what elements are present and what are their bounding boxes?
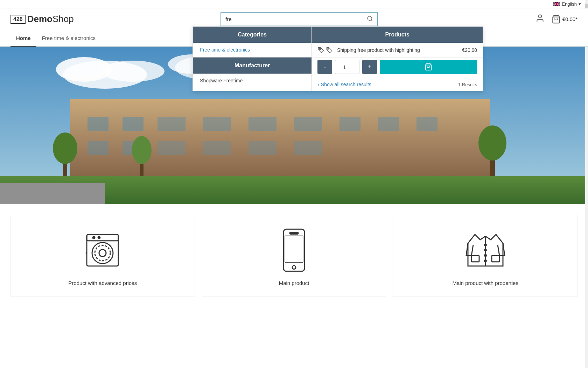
svg-rect-39 xyxy=(0,183,105,204)
svg-rect-22 xyxy=(340,117,360,131)
svg-rect-30 xyxy=(294,141,322,155)
svg-point-53 xyxy=(484,250,486,251)
svg-point-6 xyxy=(538,15,541,18)
product-price: €20.00 xyxy=(462,47,477,53)
uk-flag-icon xyxy=(553,2,560,6)
search-input[interactable] xyxy=(221,13,363,26)
svg-rect-28 xyxy=(203,141,231,155)
svg-point-54 xyxy=(484,255,486,257)
logo-text: DemoShop xyxy=(27,14,74,25)
card-name-phone: Main product xyxy=(279,280,309,286)
svg-point-33 xyxy=(53,132,77,164)
product-result: Shipping free product with highlighting … xyxy=(312,43,483,58)
category-item[interactable]: Free time & electronics xyxy=(193,43,312,57)
svg-point-37 xyxy=(478,125,506,161)
account-icon[interactable] xyxy=(536,14,545,25)
scrollbar[interactable] xyxy=(585,0,588,368)
search-button[interactable] xyxy=(363,13,377,26)
svg-rect-24 xyxy=(416,117,438,131)
svg-rect-16 xyxy=(88,117,108,131)
nav-free-time[interactable]: Free time & electronics xyxy=(36,30,101,47)
header: 426 DemoShop Categories Free time & elec… xyxy=(0,8,588,30)
cart-price: €0.00* xyxy=(562,16,578,22)
results-count: 1 Results xyxy=(458,82,477,87)
svg-rect-17 xyxy=(122,117,144,131)
language-selector[interactable]: English ▾ xyxy=(553,1,581,7)
product-card-jacket[interactable]: Main product with properties xyxy=(393,215,578,297)
svg-line-2 xyxy=(371,20,372,21)
svg-point-43 xyxy=(98,237,100,239)
product-name: Shipping free product with highlighting xyxy=(337,47,458,53)
product-icons xyxy=(317,47,333,53)
svg-rect-47 xyxy=(284,229,304,271)
svg-point-11 xyxy=(102,61,164,82)
qty-minus-button[interactable]: - xyxy=(317,60,332,74)
chevron-down-icon: ▾ xyxy=(579,1,581,7)
user-icon xyxy=(536,14,545,23)
svg-point-4 xyxy=(328,48,329,50)
svg-rect-18 xyxy=(158,117,186,131)
products-header: Products xyxy=(312,27,483,43)
cart-area[interactable]: €0.00* xyxy=(552,15,578,24)
search-dropdown: Categories Free time & electronics Manuf… xyxy=(192,26,483,91)
add-to-cart-button[interactable] xyxy=(380,60,477,74)
qty-input[interactable] xyxy=(335,60,359,74)
dropdown-right: Products Shipping free product wi xyxy=(312,27,483,91)
product-card-phone[interactable]: Main product xyxy=(202,215,386,297)
logo[interactable]: 426 DemoShop xyxy=(10,14,74,25)
cart-icon xyxy=(425,63,432,71)
svg-rect-49 xyxy=(285,236,303,263)
card-name-jacket: Main product with properties xyxy=(452,280,518,286)
svg-point-3 xyxy=(319,48,321,50)
tag-icon xyxy=(317,47,324,53)
logo-demo: Demo xyxy=(27,14,52,24)
svg-point-46 xyxy=(99,250,106,257)
top-bar: English ▾ xyxy=(0,0,588,8)
svg-rect-29 xyxy=(248,141,276,155)
product-card-washing[interactable]: Product with advanced prices xyxy=(10,215,195,297)
svg-rect-41 xyxy=(87,234,118,241)
manufacturer-section: Manufacturer Shopware Freetime xyxy=(193,57,312,88)
search-box xyxy=(220,12,378,26)
svg-rect-23 xyxy=(378,117,399,131)
cart-bag-icon xyxy=(552,15,561,24)
search-icon xyxy=(367,15,373,22)
manufacturer-header: Manufacturer xyxy=(193,57,312,74)
svg-rect-57 xyxy=(492,255,499,262)
card-name-washing: Product with advanced prices xyxy=(68,280,137,286)
tag2-icon xyxy=(326,47,333,53)
svg-point-1 xyxy=(368,16,372,20)
logo-number: 426 xyxy=(10,15,26,24)
chevron-right-icon: › xyxy=(317,82,319,87)
product-controls: - + xyxy=(312,58,483,78)
categories-header: Categories xyxy=(193,27,312,43)
svg-rect-25 xyxy=(88,141,108,155)
svg-point-50 xyxy=(292,266,296,269)
dropdown-left: Categories Free time & electronics Manuf… xyxy=(193,27,312,91)
logo-shop: Shop xyxy=(52,14,74,24)
language-label: English xyxy=(562,1,577,7)
show-all-link[interactable]: › Show all search results xyxy=(317,82,371,87)
product-cards: Product with advanced prices Main produc… xyxy=(0,204,588,307)
svg-point-45 xyxy=(95,245,110,261)
show-all-label: Show all search results xyxy=(321,82,371,87)
washing-machine-icon xyxy=(82,226,124,275)
manufacturer-item[interactable]: Shopware Freetime xyxy=(193,74,312,88)
svg-rect-27 xyxy=(158,141,186,155)
show-results-row: › Show all search results 1 Results xyxy=(312,78,483,91)
svg-point-42 xyxy=(93,237,95,239)
svg-point-52 xyxy=(484,244,486,246)
svg-point-55 xyxy=(484,260,486,262)
svg-rect-19 xyxy=(203,117,231,131)
svg-point-35 xyxy=(132,136,152,164)
smartphone-icon xyxy=(273,226,315,275)
nav-home[interactable]: Home xyxy=(10,30,36,47)
header-actions: €0.00* xyxy=(536,14,578,25)
jacket-icon xyxy=(464,226,506,275)
svg-rect-56 xyxy=(471,255,479,262)
svg-rect-21 xyxy=(294,117,322,131)
qty-plus-button[interactable]: + xyxy=(362,60,377,74)
svg-rect-48 xyxy=(290,232,298,234)
svg-rect-20 xyxy=(248,117,276,131)
search-container: Categories Free time & electronics Manuf… xyxy=(220,12,378,26)
